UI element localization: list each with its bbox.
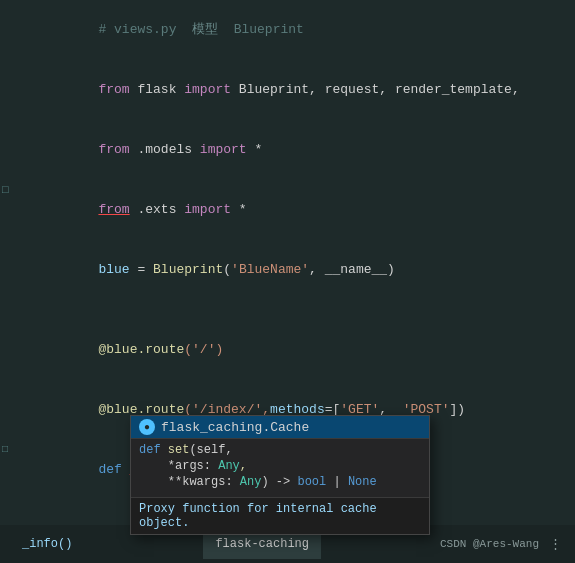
autocomplete-popup: ● flask_caching.Cache def set(self, *arg… xyxy=(130,415,430,535)
line-2: from .models import * xyxy=(0,120,575,180)
editor-container: # views.py 模型 Blueprint from flask impor… xyxy=(0,0,575,563)
autocomplete-description: Proxy function for internal cache object… xyxy=(131,497,429,534)
autocomplete-sig-line3: **kwargs: Any) -> bool | None xyxy=(139,475,421,489)
three-dots-button[interactable]: ⋮ xyxy=(545,534,565,554)
line-content-1: from flask import Blueprint, request, re… xyxy=(28,60,575,120)
autocomplete-sig-line1: def set(self, xyxy=(139,443,421,457)
bottom-brand-text: CSDN @Ares-Wang xyxy=(440,538,539,550)
autocomplete-icon: ● xyxy=(139,419,155,435)
line-3: □ from .exts import * xyxy=(0,180,575,240)
line-content-3: from .exts import * xyxy=(28,180,575,240)
line-content-5 xyxy=(28,300,575,320)
autocomplete-item-text: flask_caching.Cache xyxy=(161,420,309,435)
bottom-tab-info[interactable]: _info() xyxy=(10,529,84,559)
line-content-4: blue = Blueprint('BlueName', __name__) xyxy=(28,240,575,300)
line-4: blue = Blueprint('BlueName', __name__) xyxy=(0,240,575,300)
bottom-left: _info() xyxy=(0,529,94,559)
autocomplete-sig-line2: *args: Any, xyxy=(139,459,421,473)
autocomplete-item[interactable]: ● flask_caching.Cache xyxy=(131,416,429,438)
line-content-2: from .models import * xyxy=(28,120,575,180)
bottom-right: CSDN @Ares-Wang ⋮ xyxy=(430,534,575,554)
autocomplete-detail: def set(self, *args: Any, **kwargs: Any)… xyxy=(131,438,429,497)
line-content: # views.py 模型 Blueprint xyxy=(28,0,575,60)
line-header: # views.py 模型 Blueprint xyxy=(0,0,575,60)
line-content-6: @blue.route('/') xyxy=(28,320,575,380)
line-1: from flask import Blueprint, request, re… xyxy=(0,60,575,120)
line-6: @blue.route('/') xyxy=(0,320,575,380)
line-5 xyxy=(0,300,575,320)
